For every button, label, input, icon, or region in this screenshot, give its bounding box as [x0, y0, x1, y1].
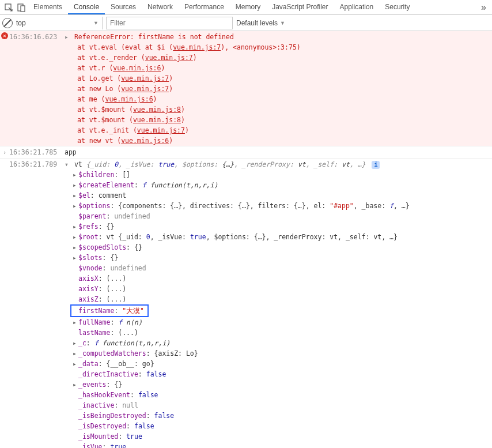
- object-property[interactable]: ▸$createElement: f function(t,n,r,i): [65, 180, 492, 190]
- expand-arrow-icon[interactable]: ▸: [73, 221, 78, 232]
- stack-frame: at vt.e._init (vue.min.js:7): [65, 125, 492, 135]
- object-property[interactable]: $parent: undefined: [65, 211, 492, 221]
- object-property[interactable]: ▸$el: comment: [65, 190, 492, 201]
- object-property[interactable]: _hasHookEvent: false: [65, 390, 492, 400]
- expand-arrow-icon[interactable]: ▸: [73, 338, 78, 348]
- chevron-down-icon: ▼: [280, 20, 285, 26]
- object-property[interactable]: firstName: "大漠": [65, 304, 492, 317]
- object-property[interactable]: _isDestroyed: false: [65, 421, 492, 431]
- object-property[interactable]: ▸$options: {components: {…}, directives:…: [65, 201, 492, 211]
- expand-arrow-icon[interactable]: ▸: [73, 253, 78, 263]
- expand-arrow-icon[interactable]: ▸: [73, 201, 78, 211]
- console-filterbar: top ▼ Default levels ▼: [0, 15, 492, 31]
- clear-console-icon[interactable]: [2, 18, 13, 28]
- source-link[interactable]: vue.min.js:6: [121, 137, 169, 145]
- object-property[interactable]: ▸fullName: f n(n): [65, 317, 492, 327]
- source-link[interactable]: vue.min.js:7: [137, 126, 185, 134]
- expand-arrow-icon[interactable]: ▸: [73, 180, 78, 190]
- levels-label: Default levels: [236, 19, 278, 27]
- error-title: ReferenceError: firstName is not defined: [74, 33, 234, 41]
- tab-memory[interactable]: Memory: [230, 1, 266, 14]
- object-property[interactable]: _isMounted: true: [65, 431, 492, 442]
- tab-sources[interactable]: Sources: [105, 1, 142, 14]
- object-property[interactable]: ▸_computedWatchers: {axisZ: Lo}: [65, 348, 492, 359]
- expand-arrow-icon[interactable]: ▸: [73, 317, 78, 327]
- object-property[interactable]: _isVue: true: [65, 442, 492, 448]
- object-summary: vt {_uid: 0, _isVue: true, $options: {…}…: [74, 160, 366, 168]
- object-property[interactable]: ▸_c: f function(t,n,r,i): [65, 338, 492, 348]
- object-property[interactable]: _inactive: null: [65, 400, 492, 411]
- expand-arrow-icon[interactable]: ▸: [73, 359, 78, 369]
- object-property[interactable]: _directInactive: false: [65, 369, 492, 379]
- stack-frame: at new vt (vue.min.js:6): [65, 135, 492, 146]
- object-property[interactable]: lastName: (...): [65, 327, 492, 338]
- object-property[interactable]: ▸_events: {}: [65, 379, 492, 390]
- source-link[interactable]: vue.min.js:7: [173, 43, 221, 51]
- devtools-tabs: ElementsConsoleSourcesNetworkPerformance…: [28, 1, 478, 14]
- console-log-row[interactable]: › 16:36:21.785 app: [0, 146, 492, 159]
- log-levels-selector[interactable]: Default levels ▼: [236, 19, 285, 27]
- tab-elements[interactable]: Elements: [28, 1, 68, 14]
- log-text: app: [65, 146, 492, 157]
- expand-arrow-icon[interactable]: ▸: [73, 379, 78, 390]
- collapse-arrow-icon[interactable]: [65, 159, 70, 170]
- expand-arrow-icon[interactable]: ▸: [73, 170, 78, 180]
- stack-frame: at vt.$mount (vue.min.js:8): [65, 115, 492, 125]
- timestamp: 16:36:21.785: [9, 146, 65, 157]
- source-link[interactable]: vue.min.js:6: [113, 64, 161, 72]
- object-property[interactable]: ▸$slots: {}: [65, 253, 492, 263]
- context-selector[interactable]: top ▼: [16, 17, 103, 29]
- object-property[interactable]: ▸_data: {__ob__: go}: [65, 359, 492, 369]
- expand-arrow-icon[interactable]: ▸: [73, 232, 78, 242]
- error-icon: ✕: [1, 32, 8, 39]
- tab-application[interactable]: Application: [334, 1, 380, 14]
- svg-rect-2: [21, 6, 25, 12]
- tab-console[interactable]: Console: [68, 1, 105, 14]
- devtools-toolbar: ElementsConsoleSourcesNetworkPerformance…: [0, 0, 492, 15]
- filter-input[interactable]: [106, 17, 233, 29]
- expand-arrow-icon[interactable]: ▸: [73, 190, 78, 201]
- timestamp: 16:36:21.789: [9, 159, 65, 170]
- source-link[interactable]: vue.min.js:7: [121, 85, 169, 93]
- object-property[interactable]: ▸$children: []: [65, 170, 492, 180]
- object-property[interactable]: ▸$scopedSlots: {}: [65, 242, 492, 253]
- tab-performance[interactable]: Performance: [179, 1, 230, 14]
- object-property[interactable]: axisZ: (...): [65, 294, 492, 304]
- object-property[interactable]: _isBeingDestroyed: false: [65, 411, 492, 421]
- tab-javascript-profiler[interactable]: JavaScript Profiler: [266, 1, 334, 14]
- stack-frame: at vt.eval (eval at $i (vue.min.js:7), <…: [65, 42, 492, 52]
- stack-frame: at me (vue.min.js:6): [65, 94, 492, 104]
- context-label: top: [16, 19, 26, 27]
- source-link[interactable]: vue.min.js:8: [133, 116, 181, 124]
- console-error-row[interactable]: ✕ 16:36:16.623 ReferenceError: firstName…: [0, 31, 492, 146]
- stack-frame: at Lo.get (vue.min.js:7): [65, 73, 492, 84]
- device-icon[interactable]: [15, 1, 28, 14]
- object-property[interactable]: $vnode: undefined: [65, 263, 492, 273]
- chevron-right-icon: ›: [3, 148, 6, 158]
- stack-frame: at vt.e._render (vue.min.js:7): [65, 52, 492, 63]
- expand-arrow-icon[interactable]: [65, 32, 70, 42]
- chevron-down-icon: ▼: [93, 20, 99, 26]
- source-link[interactable]: vue.min.js:7: [121, 74, 169, 82]
- stack-frame: at vt.$mount (vue.min.js:8): [65, 104, 492, 115]
- console-object-row[interactable]: 16:36:21.789 vt {_uid: 0, _isVue: true, …: [0, 159, 492, 448]
- expand-arrow-icon[interactable]: ▸: [73, 348, 78, 359]
- source-link[interactable]: vue.min.js:6: [105, 95, 153, 103]
- info-icon[interactable]: i: [372, 161, 380, 169]
- console-output: ✕ 16:36:16.623 ReferenceError: firstName…: [0, 31, 492, 448]
- object-property[interactable]: ▸$root: vt {_uid: 0, _isVue: true, $opti…: [65, 232, 492, 242]
- source-link[interactable]: vue.min.js:8: [133, 106, 181, 114]
- overflow-icon[interactable]: »: [478, 2, 490, 13]
- source-link[interactable]: vue.min.js:7: [145, 54, 193, 62]
- inspect-icon[interactable]: [2, 1, 15, 14]
- timestamp: 16:36:16.623: [9, 31, 65, 42]
- tab-security[interactable]: Security: [379, 1, 415, 14]
- object-property[interactable]: axisY: (...): [65, 284, 492, 294]
- tab-network[interactable]: Network: [142, 1, 179, 14]
- object-property[interactable]: ▸$refs: {}: [65, 221, 492, 232]
- stack-frame: at new Lo (vue.min.js:7): [65, 84, 492, 94]
- stack-frame: at vt.r (vue.min.js:6): [65, 63, 492, 73]
- object-property[interactable]: axisX: (...): [65, 273, 492, 284]
- expand-arrow-icon[interactable]: ▸: [73, 242, 78, 253]
